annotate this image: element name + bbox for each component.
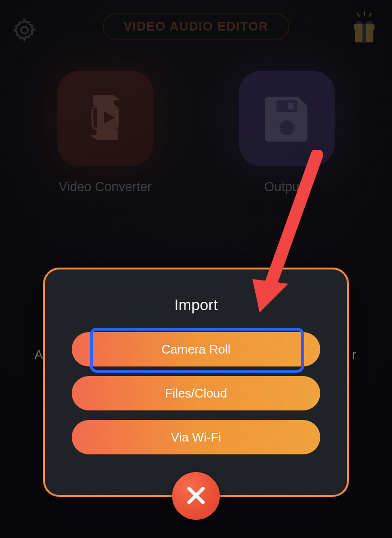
bg-partial-label-left: A bbox=[34, 348, 43, 363]
close-modal-button[interactable] bbox=[172, 472, 220, 520]
option-via-wifi-label: Via Wi-Fi bbox=[171, 430, 221, 444]
option-via-wifi[interactable]: Via Wi-Fi bbox=[72, 420, 320, 454]
option-files-cloud-label: Files/Cloud bbox=[165, 386, 227, 400]
import-modal-title: Import bbox=[174, 296, 218, 314]
option-camera-roll-label: Camera Roll bbox=[162, 342, 231, 356]
import-modal: Import Camera Roll Files/Cloud Via Wi-Fi bbox=[43, 268, 349, 497]
close-icon bbox=[184, 484, 208, 509]
option-files-cloud[interactable]: Files/Cloud bbox=[72, 376, 320, 410]
bg-partial-label-right: r bbox=[352, 348, 356, 363]
option-camera-roll[interactable]: Camera Roll bbox=[72, 332, 320, 366]
